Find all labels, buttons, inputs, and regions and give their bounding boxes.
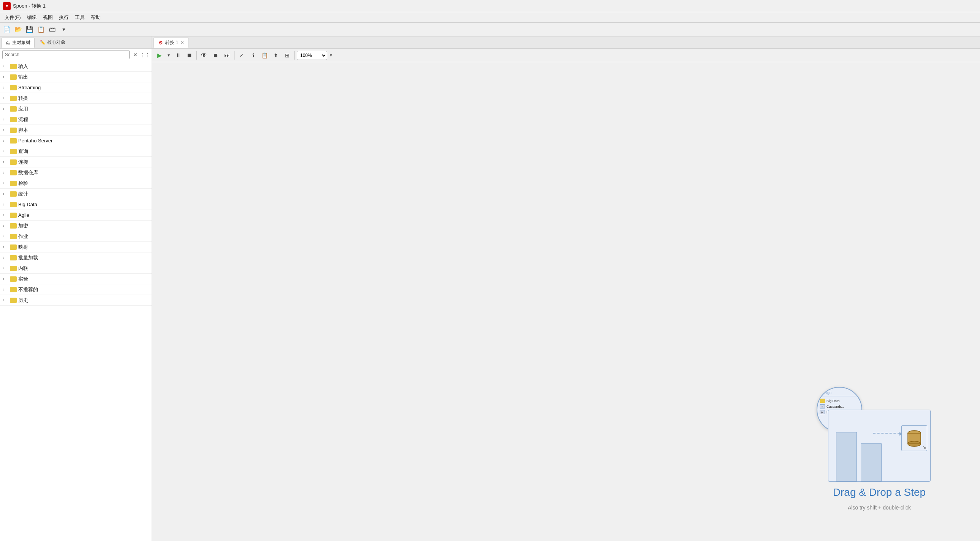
play-button[interactable]: ▶ — [154, 50, 165, 61]
search-options-button[interactable]: ⋮⋮ — [141, 51, 150, 59]
tree-label: 作业 — [18, 233, 28, 240]
folder-icon — [10, 181, 17, 186]
tree-item-connect[interactable]: › 连接 — [0, 157, 152, 167]
folder-icon — [10, 159, 17, 165]
tree-item-history[interactable]: › 历史 — [0, 295, 152, 306]
tree-item-job[interactable]: › 作业 — [0, 231, 152, 242]
menu-tools[interactable]: 工具 — [72, 13, 88, 22]
save-as-button[interactable]: 📋 — [36, 24, 46, 35]
folder-icon — [10, 106, 17, 112]
tree-item-output[interactable]: › 输出 — [0, 72, 152, 82]
canvas-toolbar: ▶ ▼ ⏸ ⏹ 👁 ⏺ ⏭ ✓ ℹ 📋 ⬆ ⊞ 50% 75% 100% 125… — [152, 49, 980, 62]
tab-label: 转换 1 — [165, 40, 178, 46]
tab-core-object[interactable]: ✏️ 核心对象 — [36, 38, 69, 47]
tree-item-encrypt[interactable]: › 加密 — [0, 221, 152, 231]
tab-close-button[interactable]: ✕ — [180, 40, 184, 45]
tree-item-input[interactable]: › 输入 — [0, 61, 152, 72]
tree-item-pentaho[interactable]: › Pentaho Server — [0, 135, 152, 146]
tree-label: 查询 — [18, 148, 28, 155]
chevron-icon: › — [3, 213, 8, 217]
tree-label: Pentaho Server — [18, 138, 52, 143]
right-tabs: ⚙ 转换 1 ✕ — [152, 36, 980, 49]
tree-label: Big Data — [18, 201, 37, 207]
folder-icon — [10, 244, 17, 250]
design-label: Design — [819, 391, 859, 397]
right-panel: ⚙ 转换 1 ✕ ▶ ▼ ⏸ ⏹ 👁 ⏺ ⏭ ✓ ℹ 📋 ⬆ ⊞ 50% 75% — [152, 36, 980, 541]
menu-file[interactable]: 文件(F) — [2, 13, 24, 22]
stop-button[interactable]: ⏹ — [184, 50, 194, 61]
db-cylinder-icon — [907, 429, 921, 447]
cassandra-item: ≡ Cassandr... — [819, 404, 844, 409]
menu-run[interactable]: 执行 — [56, 13, 72, 22]
tree-label-streaming: Streaming — [18, 85, 41, 90]
dropdown-button[interactable]: ▼ — [59, 24, 69, 35]
preview-button[interactable]: 👁 — [199, 50, 209, 61]
tree-item-inline[interactable]: › 内联 — [0, 263, 152, 274]
tree-item-map[interactable]: › 映射 — [0, 242, 152, 252]
tab-icon: ⚙ — [159, 40, 163, 46]
separator — [294, 51, 295, 60]
tree-item-validate[interactable]: › 检验 — [0, 178, 152, 189]
tree-item-transform[interactable]: › 转换 — [0, 93, 152, 104]
save-button[interactable]: 💾 — [24, 24, 35, 35]
chevron-icon: › — [3, 255, 8, 260]
tree-label: 实验 — [18, 276, 28, 282]
column-left — [836, 432, 857, 481]
copy-button[interactable]: 📋 — [259, 50, 270, 61]
menu-bar: 文件(F) 编辑 视图 执行 工具 帮助 — [0, 12, 980, 23]
tree-item-streaming[interactable]: › Streaming — [0, 82, 152, 93]
folder-icon — [10, 266, 17, 271]
clear-search-button[interactable]: ✕ — [131, 51, 140, 59]
tab-main-object-tree[interactable]: 🗂 主对象树 — [2, 38, 35, 48]
chevron-icon: › — [3, 96, 8, 100]
tree-item-experiment[interactable]: › 实验 — [0, 274, 152, 284]
search-input[interactable] — [2, 50, 130, 59]
check-button[interactable]: ✓ — [236, 50, 247, 61]
tree-item-app[interactable]: › 应用 — [0, 104, 152, 114]
tree-label: 输入 — [18, 63, 28, 70]
play-dropdown-button[interactable]: ▼ — [165, 50, 172, 61]
chevron-icon: › — [3, 234, 8, 238]
info-button[interactable]: ℹ — [248, 50, 258, 61]
menu-view[interactable]: 视图 — [40, 13, 56, 22]
zoom-select[interactable]: 50% 75% 100% 125% 150% 200% — [297, 51, 327, 60]
forward-button[interactable]: ⏭ — [221, 50, 232, 61]
tab-core-icon: ✏️ — [40, 40, 46, 45]
tree-item-deprecated[interactable]: › 不推荐的 — [0, 284, 152, 295]
new-file-button[interactable]: 📄 — [2, 24, 12, 35]
grid-button[interactable]: ⊞ — [282, 50, 293, 61]
search-bar: ✕ ⋮⋮ — [0, 49, 152, 61]
chevron-icon: › — [3, 138, 8, 143]
menu-help[interactable]: 帮助 — [88, 13, 104, 22]
tree-item-script[interactable]: › 脚本 — [0, 125, 152, 135]
app-title: Spoon - 转换 1 — [13, 3, 46, 10]
big-data-item: Big Data — [819, 398, 840, 404]
menu-edit[interactable]: 编辑 — [24, 13, 40, 22]
hadoop-icon: H — [819, 410, 825, 414]
tree-item-agile[interactable]: › Agile — [0, 210, 152, 221]
chevron-icon: › — [3, 160, 8, 164]
share-button[interactable]: ⬆ — [270, 50, 281, 61]
folder-icon — [10, 128, 17, 133]
chevron-icon: › — [3, 128, 8, 132]
explore-button[interactable]: 🗃 — [47, 24, 58, 35]
tree-item-query[interactable]: › 查询 — [0, 146, 152, 157]
db-icon-box: ↘ — [901, 425, 927, 451]
folder-icon — [10, 276, 17, 282]
tree-item-warehouse[interactable]: › 数据仓库 — [0, 167, 152, 178]
separator — [234, 51, 234, 60]
tree-item-bigdata[interactable]: › Big Data — [0, 199, 152, 210]
chevron-icon: › — [3, 298, 8, 302]
chevron-icon: › — [3, 202, 8, 206]
chevron-icon: › — [3, 117, 8, 122]
open-file-button[interactable]: 📂 — [13, 24, 24, 35]
tab-transform-1[interactable]: ⚙ 转换 1 ✕ — [154, 38, 189, 48]
tree-item-flow[interactable]: › 流程 — [0, 114, 152, 125]
canvas-area[interactable]: Design Big Data ≡ Cassandr... H Hadoop — [152, 62, 980, 541]
pause-button[interactable]: ⏸ — [172, 50, 183, 61]
record-button[interactable]: ⏺ — [210, 50, 221, 61]
tree-item-bulk-load[interactable]: › 批量加载 — [0, 252, 152, 263]
zoom-dropdown-button[interactable]: ▼ — [328, 50, 334, 61]
left-panel: 🗂 主对象树 ✏️ 核心对象 ✕ ⋮⋮ › 输入 › 输出 — [0, 36, 152, 541]
tree-item-stats[interactable]: › 统计 — [0, 189, 152, 199]
